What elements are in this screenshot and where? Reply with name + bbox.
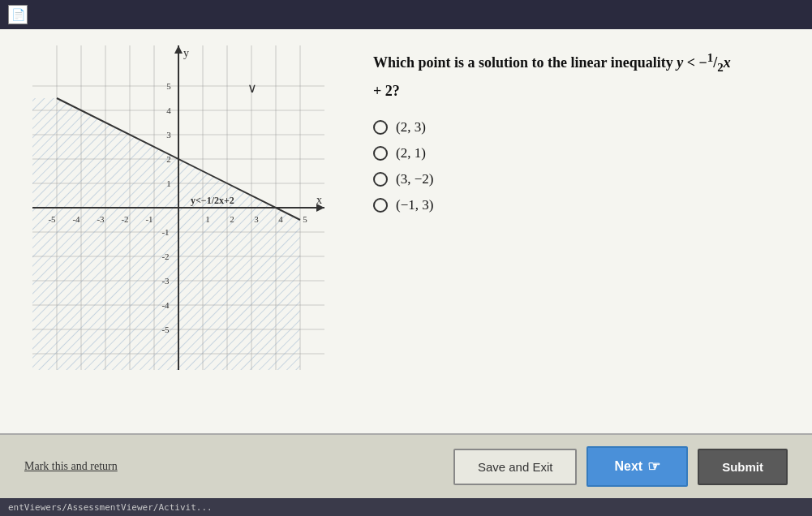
radio-2[interactable]	[373, 146, 388, 161]
radio-4[interactable]	[373, 198, 388, 213]
svg-text:∨: ∨	[247, 81, 257, 95]
svg-text:2: 2	[230, 214, 234, 224]
bottom-bar: Mark this and return Save and Exit Next …	[0, 433, 812, 498]
graph-wrapper: x y -5 -4 -3 -2 -1 1 2 3 4 5 5 4 3	[32, 45, 324, 370]
hand-cursor-icon: ☞	[647, 458, 660, 475]
svg-text:4: 4	[166, 105, 171, 115]
submit-button[interactable]: Submit	[698, 449, 788, 485]
svg-text:3: 3	[254, 214, 259, 224]
next-label: Next	[614, 459, 642, 474]
coordinate-graph: x y -5 -4 -3 -2 -1 1 2 3 4 5 5 4 3	[32, 45, 324, 370]
svg-text:-2: -2	[121, 214, 128, 224]
main-container: 📄	[0, 0, 812, 516]
question-subtitle: + 2?	[373, 83, 780, 100]
question-area: Which point is a solution to the linear …	[357, 37, 796, 425]
option-3[interactable]: (3, −2)	[373, 171, 780, 187]
graph-area: x y -5 -4 -3 -2 -1 1 2 3 4 5 5 4 3	[16, 37, 341, 425]
svg-text:x: x	[316, 194, 322, 206]
svg-text:-5: -5	[161, 325, 170, 334]
next-button[interactable]: Next ☞	[586, 446, 688, 487]
svg-text:3: 3	[166, 130, 171, 140]
option-label-1: (2, 3)	[396, 119, 426, 135]
option-1[interactable]: (2, 3)	[373, 119, 780, 135]
radio-1[interactable]	[373, 120, 388, 135]
question-title: Which point is a solution to the linear …	[373, 49, 780, 76]
svg-marker-28	[174, 45, 183, 54]
svg-text:1: 1	[205, 214, 210, 224]
content-area: x y -5 -4 -3 -2 -1 1 2 3 4 5 5 4 3	[0, 29, 812, 433]
svg-text:5: 5	[166, 81, 171, 91]
svg-text:-3: -3	[161, 276, 170, 286]
svg-text:y<−1/2x+2: y<−1/2x+2	[191, 195, 234, 206]
svg-text:y: y	[183, 47, 189, 59]
svg-text:-2: -2	[161, 252, 169, 261]
url-text: entViewers/AssessmentViewer/Activit...	[8, 502, 213, 513]
radio-3[interactable]	[373, 172, 388, 187]
svg-text:-4: -4	[161, 300, 170, 310]
svg-text:-1: -1	[161, 227, 169, 237]
svg-text:-3: -3	[97, 214, 105, 224]
option-label-3: (3, −2)	[396, 171, 433, 187]
top-bar: 📄	[0, 0, 812, 29]
svg-text:5: 5	[303, 214, 307, 224]
option-label-4: (−1, 3)	[396, 197, 433, 213]
option-4[interactable]: (−1, 3)	[373, 197, 780, 213]
mark-return-link[interactable]: Mark this and return	[24, 460, 118, 473]
svg-text:1: 1	[166, 178, 171, 188]
svg-text:-1: -1	[145, 214, 153, 224]
option-label-2: (2, 1)	[396, 145, 426, 161]
bottom-buttons: Save and Exit Next ☞ Submit	[453, 446, 788, 487]
svg-text:4: 4	[278, 214, 283, 224]
option-2[interactable]: (2, 1)	[373, 145, 780, 161]
save-exit-button[interactable]: Save and Exit	[453, 449, 578, 485]
url-bar: entViewers/AssessmentViewer/Activit...	[0, 498, 812, 516]
doc-icon: 📄	[8, 5, 28, 24]
options-list: (2, 3) (2, 1) (3, −2) (−1, 3)	[373, 119, 780, 213]
svg-text:-4: -4	[72, 214, 80, 224]
svg-text:-5: -5	[48, 214, 56, 224]
